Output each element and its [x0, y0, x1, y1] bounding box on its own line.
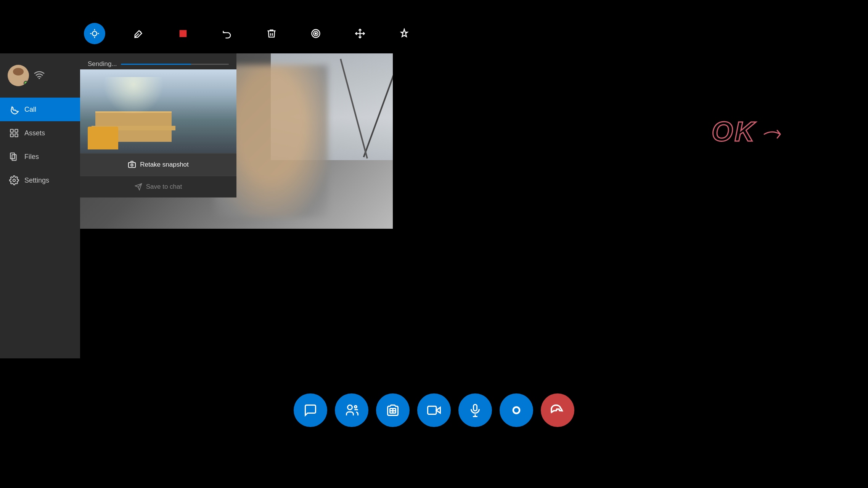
svg-rect-30: [474, 405, 477, 411]
factory-light: [103, 77, 164, 115]
svg-rect-15: [15, 134, 18, 137]
chat-button[interactable]: [294, 393, 327, 427]
save-label: Save to chat: [146, 183, 182, 191]
sidebar-nav: Call Assets Files Setti: [0, 98, 80, 192]
svg-point-11: [39, 78, 40, 79]
send-icon: [135, 183, 142, 191]
sending-progress-fill: [121, 64, 191, 65]
sidebar-settings-label: Settings: [24, 177, 49, 185]
svg-point-34: [514, 408, 519, 413]
pin-button[interactable]: [394, 23, 415, 44]
sending-row: Sending...: [80, 53, 236, 69]
sidebar-call-label: Call: [24, 106, 36, 114]
retake-label: Retake snapshot: [140, 161, 189, 169]
participants-button[interactable]: [335, 393, 368, 427]
svg-rect-14: [10, 134, 13, 137]
svg-point-18: [13, 179, 16, 182]
annotation-text: OK: [712, 116, 756, 147]
annotation-svg: OK: [708, 111, 792, 156]
avatar-row: [0, 57, 80, 94]
online-status-dot: [24, 81, 28, 85]
sidebar: Call Assets Files Setti: [0, 53, 80, 358]
svg-rect-13: [15, 129, 18, 132]
snapshot-icon: [386, 403, 400, 417]
svg-point-20: [131, 164, 133, 166]
svg-marker-28: [436, 408, 440, 413]
annotation-arrow: [764, 130, 780, 134]
svg-point-8: [315, 33, 317, 34]
delete-button[interactable]: [261, 23, 282, 44]
save-to-chat-button[interactable]: Save to chat: [80, 176, 236, 197]
chat-icon: [304, 403, 317, 417]
svg-rect-12: [10, 129, 13, 132]
sidebar-item-call[interactable]: Call: [0, 98, 80, 121]
svg-rect-19: [129, 163, 135, 168]
microphone-icon: [468, 403, 482, 417]
camera-button[interactable]: [417, 393, 451, 427]
sidebar-item-settings[interactable]: Settings: [0, 169, 80, 192]
snapshot-button[interactable]: [376, 393, 410, 427]
wifi-icon: [34, 70, 45, 81]
svg-point-23: [348, 405, 352, 410]
toolbar: [84, 23, 415, 44]
rect-tool-button[interactable]: [172, 23, 194, 44]
annotation-arrow-lower: [777, 134, 780, 138]
svg-rect-5: [180, 30, 187, 37]
svg-rect-29: [428, 406, 437, 414]
pen-tool-button[interactable]: [128, 23, 149, 44]
camera-icon: [427, 403, 441, 417]
sending-label: Sending...: [88, 60, 117, 68]
participants-icon: [345, 403, 358, 417]
target-button[interactable]: [305, 23, 326, 44]
sidebar-files-label: Files: [24, 153, 39, 161]
hangup-button[interactable]: [541, 393, 574, 427]
snapshot-image: [80, 69, 236, 153]
pointer-tool-button[interactable]: [84, 23, 105, 44]
svg-point-0: [92, 31, 97, 36]
retake-snapshot-button[interactable]: Retake snapshot: [80, 153, 236, 176]
sidebar-item-assets[interactable]: Assets: [0, 121, 80, 145]
sidebar-assets-label: Assets: [24, 129, 45, 137]
move-button[interactable]: [349, 23, 371, 44]
hangup-icon: [551, 403, 564, 417]
sending-progress-bar: [121, 64, 229, 65]
record-button[interactable]: [500, 393, 533, 427]
sidebar-item-files[interactable]: Files: [0, 145, 80, 169]
retake-icon: [128, 161, 136, 169]
factory-forklift: [88, 127, 118, 149]
snapshot-panel: Sending... Retake snapshot Save to chat: [80, 53, 236, 197]
bottom-controls: [294, 393, 574, 427]
annotation-ok: OK: [708, 111, 792, 158]
avatar: [8, 65, 29, 86]
undo-button[interactable]: [217, 23, 238, 44]
microphone-button[interactable]: [458, 393, 492, 427]
record-icon: [510, 403, 523, 417]
